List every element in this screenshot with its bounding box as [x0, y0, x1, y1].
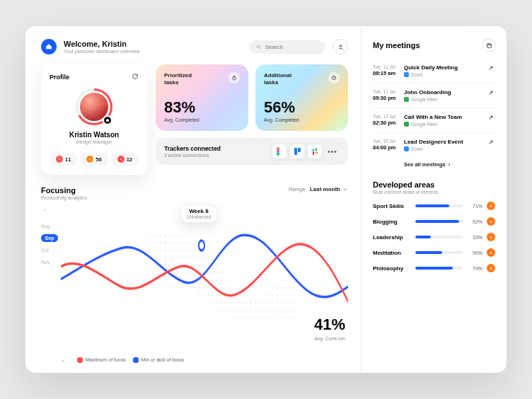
additional-tasks-card[interactable]: Additional tasks 56% Avg. Completed	[255, 64, 348, 131]
range-picker[interactable]: Range: Last month	[289, 186, 348, 192]
area-pct: 33%	[467, 235, 482, 240]
open-arrow-icon[interactable]: ↗	[488, 64, 495, 77]
meeting-row[interactable]: Tue, 12 Jul02:30 pm Call With a New Team…	[373, 108, 495, 133]
slack-icon[interactable]	[308, 144, 322, 158]
side-panel: My meetings Tue, 11 Jul08:15 am Quick Da…	[361, 26, 507, 373]
open-arrow-icon[interactable]: ↗	[488, 139, 495, 151]
profile-stat: ▪12	[111, 153, 139, 166]
meeting-row[interactable]: Tue, 11 Jul09:30 pm John OnboardingGoogl…	[373, 83, 495, 108]
chart-summary-sub: Avg. Conc-ion	[314, 336, 345, 341]
trophy-icon: ▪	[117, 156, 125, 163]
card-percent: 56%	[264, 86, 340, 117]
profile-name: Kristin Watson	[50, 131, 139, 139]
chart-plot: Week 8 Unbalanced 41% Avg. Conc-ion	[61, 204, 348, 354]
search-input[interactable]	[265, 44, 318, 50]
svg-point-3	[233, 76, 236, 80]
platform-icon	[404, 72, 409, 77]
meeting-row[interactable]: Tue, 15 Jul04:00 pm Lead Designers Event…	[373, 133, 495, 157]
trackers-more-button[interactable]: •••	[325, 148, 340, 156]
meeting-body: Call With a New TeamGoogle Meet	[404, 114, 488, 127]
card-percent: 83%	[164, 86, 240, 117]
area-pct: 71%	[467, 204, 482, 209]
areas-header: Developed areas Most common areas of int…	[373, 180, 495, 195]
home-icon	[45, 43, 52, 50]
open-arrow-icon[interactable]: ↗	[488, 114, 495, 127]
search-icon	[256, 44, 262, 50]
card-sub: Avg. Completed	[164, 117, 240, 122]
chart-summary-pct: 41%	[314, 316, 345, 334]
area-row: Sport Skills 71% +	[373, 202, 495, 210]
meeting-body: Quick Daily MeetingZoom	[404, 64, 488, 77]
meeting-row[interactable]: Tue, 11 Jul08:15 am Quick Daily MeetingZ…	[373, 59, 495, 83]
profile-role: Design Manager	[50, 139, 139, 144]
legend-item: Min or lack of focus	[133, 357, 184, 363]
chart-legend: ⌄ Maximum of focus Min or lack of focus	[41, 357, 348, 363]
card-sub: Avg. Completed	[264, 117, 340, 122]
meeting-body: Lead Designers EventZoom	[404, 139, 488, 151]
meeting-time: Tue, 12 Jul02:30 pm	[373, 114, 404, 127]
svg-point-2	[107, 120, 108, 122]
open-arrow-icon[interactable]: ↗	[488, 89, 495, 102]
account-button[interactable]	[332, 39, 348, 54]
y-label[interactable]: Oct	[41, 246, 61, 254]
area-add-button[interactable]: +	[487, 264, 495, 272]
focus-title: Focusing	[41, 186, 87, 195]
tooltip-sub: Unbalanced	[187, 214, 212, 219]
area-row: Leadership 33% +	[373, 233, 495, 241]
stopwatch-icon	[229, 72, 240, 83]
profile-refresh-button[interactable]	[132, 73, 139, 81]
svg-point-1	[340, 45, 342, 47]
camera-icon	[105, 118, 110, 122]
card-title: Additional tasks	[264, 72, 291, 86]
figma-icon[interactable]	[272, 144, 287, 158]
area-label: Blogging	[373, 219, 411, 225]
welcome-title: Welcome, Kristin	[64, 40, 242, 48]
trackers-bar: Trackers connected 3 active connections	[156, 138, 348, 165]
trackers-title: Trackers connected	[164, 145, 221, 152]
user-icon	[337, 44, 344, 50]
profile-stats: ▪11 ▪56 ▪12	[50, 153, 139, 166]
chart-svg	[61, 204, 348, 354]
areas-list: Sport Skills 71% +Blogging 92% +Leadersh…	[373, 202, 495, 272]
clock-icon	[328, 72, 340, 83]
avatar-wrap	[76, 88, 112, 125]
collapse-down-icon[interactable]: ⌄	[61, 357, 66, 363]
calendar-button[interactable]	[482, 39, 495, 52]
header: Welcome, Kristin Your personal dashboard…	[41, 39, 348, 54]
chart-tooltip: Week 8 Unbalanced	[180, 204, 218, 223]
app-logo[interactable]	[41, 39, 57, 54]
trello-icon[interactable]	[290, 144, 304, 158]
area-add-button[interactable]: +	[487, 248, 495, 257]
calendar-icon	[486, 42, 492, 49]
trackers-sub: 3 active connections	[164, 153, 221, 158]
avatar-camera-badge[interactable]	[103, 115, 112, 125]
platform-icon	[404, 122, 409, 127]
search-input-wrap[interactable]	[249, 40, 325, 54]
meetings-list: Tue, 11 Jul08:15 am Quick Daily MeetingZ…	[373, 59, 495, 157]
prioritized-tasks-card[interactable]: Prioritized tasks 83% Avg. Completed	[156, 64, 248, 131]
see-all-meetings-link[interactable]: See all meetings›	[404, 161, 495, 168]
legend-swatch	[133, 357, 139, 363]
area-add-button[interactable]: +	[487, 202, 495, 210]
svg-point-6	[199, 241, 204, 250]
meetings-title: My meetings	[373, 41, 420, 50]
area-pct: 56%	[467, 250, 482, 255]
area-add-button[interactable]: +	[487, 233, 495, 241]
svg-rect-7	[487, 43, 491, 47]
profile-card: Profile Kristin Watson Design Manager ▪1…	[41, 64, 147, 175]
meeting-time: Tue, 11 Jul09:30 pm	[373, 89, 404, 102]
range-label: Range:	[289, 186, 307, 192]
area-add-button[interactable]: +	[487, 217, 495, 226]
area-bar	[415, 204, 463, 207]
meetings-header: My meetings	[373, 39, 495, 52]
platform-icon	[404, 146, 409, 151]
svg-point-0	[257, 45, 260, 47]
area-row: Philosophy 79% +	[373, 264, 495, 272]
y-label-active[interactable]: Sep	[41, 234, 58, 242]
tasks-column: Prioritized tasks 83% Avg. Completed Add…	[156, 64, 348, 175]
y-label[interactable]: Aug	[41, 222, 61, 230]
badge-icon: ▪	[86, 156, 93, 163]
profile-stat: ▪56	[80, 153, 108, 166]
collapse-up-icon[interactable]: ⌃	[41, 209, 61, 215]
y-label[interactable]: Nov	[41, 258, 61, 266]
